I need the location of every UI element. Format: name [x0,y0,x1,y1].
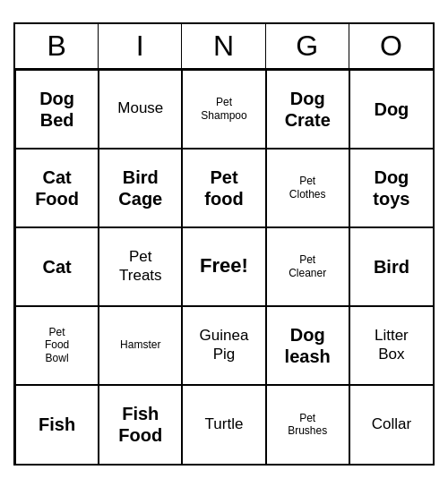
cell-label: PetCleaner [289,253,326,279]
header-letter: N [182,24,265,68]
cell-label: DogCrate [285,88,331,131]
cell-label: Cat [42,256,71,278]
bingo-cell[interactable]: GuineaPig [182,306,265,385]
cell-label: Free! [200,254,248,278]
bingo-header: BINGO [15,24,433,70]
bingo-card: BINGO DogBedMousePetShampooDogCrateDogCa… [13,22,435,466]
cell-label: Turtle [205,415,244,433]
bingo-cell[interactable]: PetTreats [99,227,182,306]
bingo-cell[interactable]: DogBed [15,70,99,149]
bingo-cell[interactable]: LitterBox [349,306,433,385]
header-letter: G [266,24,349,68]
bingo-cell[interactable]: BirdCage [99,149,182,227]
bingo-cell[interactable]: FishFood [99,385,182,464]
bingo-cell[interactable]: Dog [349,70,433,149]
cell-label: PetBrushes [288,412,327,438]
bingo-cell[interactable]: PetBrushes [266,385,349,464]
bingo-cell[interactable]: PetCleaner [266,227,349,306]
cell-label: Hamster [120,338,160,351]
bingo-cell[interactable]: PetClothes [266,149,349,227]
bingo-cell[interactable]: Bird [349,227,433,306]
bingo-cell[interactable]: Mouse [99,70,182,149]
bingo-cell[interactable]: CatFood [15,149,99,227]
cell-label: Petfood [204,167,243,209]
cell-label: FishFood [118,403,162,446]
header-letter: B [15,24,99,68]
bingo-cell[interactable]: Turtle [182,385,265,464]
cell-label: Dogtoys [373,167,409,209]
cell-label: Collar [372,415,411,433]
cell-label: Mouse [117,99,163,117]
cell-label: Dog [374,98,409,120]
bingo-cell[interactable]: Collar [349,385,433,464]
bingo-cell[interactable]: PetShampoo [182,70,265,149]
cell-label: PetShampoo [201,96,246,122]
cell-label: PetTreats [119,248,162,285]
cell-label: DogBed [39,88,74,131]
cell-label: Bird [374,256,409,278]
bingo-cell[interactable]: Free! [182,227,265,306]
bingo-cell[interactable]: Dogtoys [349,149,433,227]
cell-label: Dogleash [285,324,331,367]
bingo-grid: DogBedMousePetShampooDogCrateDogCatFoodB… [15,70,433,464]
cell-label: PetFoodBowl [45,326,69,364]
cell-label: GuineaPig [200,327,249,363]
cell-label: BirdCage [118,167,162,209]
header-letter: O [349,24,433,68]
cell-label: Fish [39,414,75,435]
bingo-cell[interactable]: Cat [15,227,99,306]
header-letter: I [99,24,182,68]
bingo-cell[interactable]: Petfood [182,149,265,227]
cell-label: CatFood [35,167,79,209]
cell-label: PetClothes [289,175,326,201]
bingo-cell[interactable]: Hamster [99,306,182,385]
bingo-cell[interactable]: Fish [15,385,99,464]
bingo-cell[interactable]: PetFoodBowl [15,306,99,385]
bingo-cell[interactable]: DogCrate [266,70,349,149]
bingo-cell[interactable]: Dogleash [266,306,349,385]
cell-label: LitterBox [375,327,409,363]
